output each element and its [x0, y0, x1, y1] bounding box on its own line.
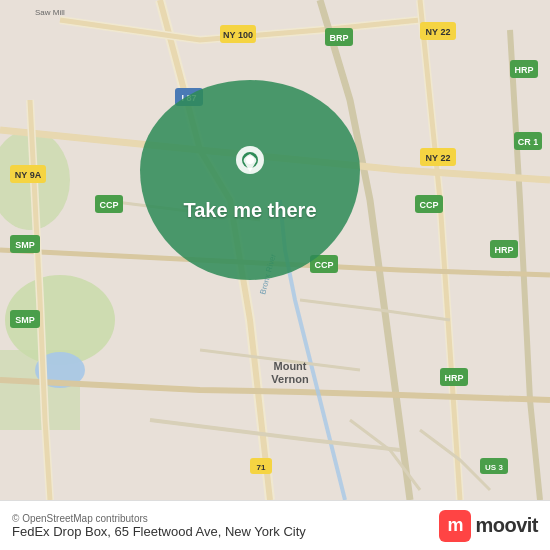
- svg-text:SMP: SMP: [15, 240, 35, 250]
- map-container: NY 100 I 87 BRP NY 22 HRP NY 9A CCP CCP …: [0, 0, 550, 500]
- take-me-there-label: Take me there: [183, 199, 316, 222]
- svg-text:CCP: CCP: [314, 260, 333, 270]
- moovit-wordmark: moovit: [475, 514, 538, 537]
- svg-text:CCP: CCP: [99, 200, 118, 210]
- svg-text:SMP: SMP: [15, 315, 35, 325]
- svg-text:Saw Mill: Saw Mill: [35, 8, 65, 17]
- address-info: © OpenStreetMap contributors FedEx Drop …: [12, 513, 306, 539]
- moovit-m-icon: m: [439, 510, 471, 542]
- bottom-bar: © OpenStreetMap contributors FedEx Drop …: [0, 500, 550, 550]
- copyright-text: © OpenStreetMap contributors: [12, 513, 306, 524]
- svg-text:NY 100: NY 100: [223, 30, 253, 40]
- moovit-logo: m moovit: [439, 510, 538, 542]
- svg-text:HRP: HRP: [444, 373, 463, 383]
- svg-text:US 3: US 3: [485, 463, 503, 472]
- svg-text:HRP: HRP: [494, 245, 513, 255]
- svg-text:NY 22: NY 22: [426, 153, 451, 163]
- location-pin-icon: [225, 139, 275, 189]
- svg-text:BRP: BRP: [329, 33, 348, 43]
- svg-text:71: 71: [257, 463, 266, 472]
- svg-text:CR 1: CR 1: [518, 137, 539, 147]
- svg-text:NY 9A: NY 9A: [15, 170, 42, 180]
- svg-text:Vernon: Vernon: [271, 373, 309, 385]
- svg-text:HRP: HRP: [514, 65, 533, 75]
- svg-text:NY 22: NY 22: [426, 27, 451, 37]
- address-text: FedEx Drop Box, 65 Fleetwood Ave, New Yo…: [12, 524, 306, 539]
- svg-text:CCP: CCP: [419, 200, 438, 210]
- svg-text:Mount: Mount: [274, 360, 307, 372]
